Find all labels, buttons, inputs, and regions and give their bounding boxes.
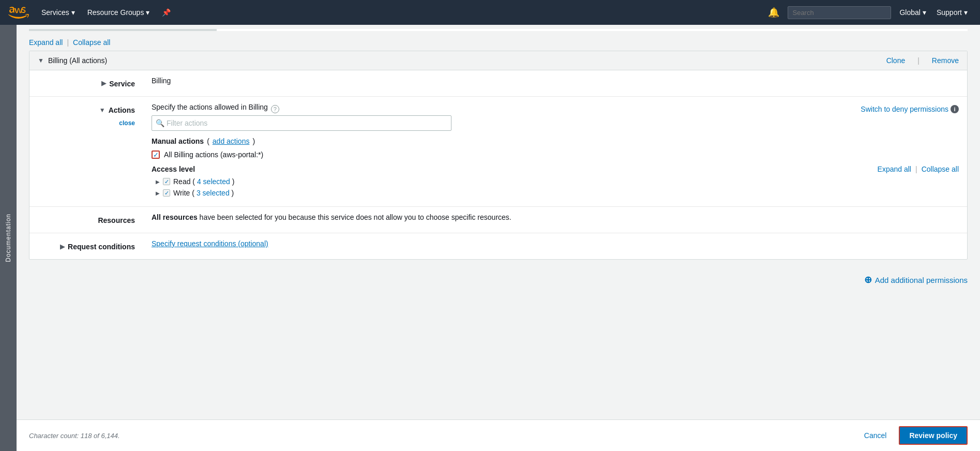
page-body: Expand all | Collapse all ▼ Billing (All… bbox=[17, 25, 980, 331]
statement-block: ▼ Billing (All actions) Clone | Remove ▶… bbox=[29, 51, 968, 260]
filter-search-icon: 🔍 bbox=[156, 119, 164, 127]
write-selected-link[interactable]: 3 selected bbox=[197, 189, 230, 197]
global-nav[interactable]: Global ▾ bbox=[895, 6, 930, 19]
read-paren-open: ( bbox=[192, 177, 195, 186]
documentation-sidebar[interactable]: Documentation bbox=[0, 25, 17, 451]
all-billing-check-mark: ✓ bbox=[153, 152, 159, 158]
request-conditions-label: Request conditions bbox=[68, 243, 135, 251]
filter-actions-input[interactable] bbox=[152, 115, 451, 131]
add-permissions-label: Add additional permissions bbox=[875, 276, 968, 284]
actions-content-col: Specify the actions allowed in Billing ?… bbox=[143, 97, 967, 206]
filter-input-wrap: 🔍 bbox=[152, 115, 959, 131]
global-chevron-icon: ▾ bbox=[923, 8, 926, 17]
write-checkbox[interactable]: ✓ bbox=[163, 189, 170, 197]
services-chevron-icon: ▾ bbox=[71, 8, 75, 17]
request-conditions-link[interactable]: Specify request conditions (optional) bbox=[152, 239, 268, 248]
search-input[interactable] bbox=[788, 6, 891, 19]
resources-label-col: Resources bbox=[29, 207, 143, 233]
specify-question-icon[interactable]: ? bbox=[271, 105, 279, 113]
request-conditions-content-col: Specify request conditions (optional) bbox=[143, 233, 967, 259]
char-count-text: Character count: 118 of 6,144. bbox=[29, 432, 120, 440]
access-collapse-all-button[interactable]: Collapse all bbox=[922, 165, 959, 173]
read-selected-link[interactable]: 4 selected bbox=[197, 177, 230, 186]
access-level-header: Access level Expand all | Collapse all bbox=[152, 165, 959, 173]
statement-header-right: Clone | Remove bbox=[886, 56, 959, 65]
write-chevron-icon[interactable]: ▶ bbox=[156, 190, 160, 196]
actions-label-col: ▼ Actions close bbox=[29, 97, 143, 206]
review-policy-button[interactable]: Review policy bbox=[899, 426, 968, 445]
services-nav[interactable]: Services ▾ bbox=[37, 6, 79, 19]
manual-actions-row: Manual actions ( add actions ) bbox=[152, 137, 959, 145]
add-actions-link[interactable]: add actions bbox=[213, 137, 250, 145]
bottom-actions: Cancel Review policy bbox=[858, 426, 968, 445]
main-content: Expand all | Collapse all ▼ Billing (All… bbox=[17, 25, 980, 451]
service-chevron-icon[interactable]: ▶ bbox=[101, 80, 106, 87]
support-nav[interactable]: Support ▾ bbox=[932, 6, 972, 19]
pin-nav[interactable]: 📌 bbox=[158, 6, 175, 19]
aws-logo bbox=[8, 5, 29, 20]
write-access-item: ▶ ✓ Write ( 3 selected ) bbox=[152, 189, 959, 197]
bell-icon[interactable]: 🔔 bbox=[764, 5, 783, 20]
all-billing-checkbox[interactable]: ✓ bbox=[152, 151, 160, 159]
resource-groups-nav[interactable]: Resource Groups ▾ bbox=[83, 6, 154, 19]
access-level-section: Access level Expand all | Collapse all ▶ bbox=[152, 165, 959, 197]
access-separator: | bbox=[915, 165, 917, 173]
collapse-all-button[interactable]: Collapse all bbox=[73, 38, 110, 47]
read-chevron-icon[interactable]: ▶ bbox=[156, 179, 160, 185]
resources-section-row: Resources All resources have been select… bbox=[29, 207, 967, 233]
resources-text: All resources have been selected for you… bbox=[152, 213, 511, 221]
actions-chevron-icon[interactable]: ▼ bbox=[99, 107, 105, 114]
resources-bold-text: All resources bbox=[152, 213, 198, 221]
request-chevron-icon[interactable]: ▶ bbox=[60, 243, 65, 250]
request-conditions-label-col: ▶ Request conditions bbox=[29, 233, 143, 259]
request-conditions-section-row: ▶ Request conditions Specify request con… bbox=[29, 233, 967, 259]
pin-icon: 📌 bbox=[162, 8, 171, 17]
global-label: Global bbox=[899, 8, 920, 17]
documentation-label: Documentation bbox=[5, 214, 12, 262]
switch-deny-info-icon[interactable]: i bbox=[951, 105, 959, 113]
bottom-bar: Character count: 118 of 6,144. Cancel Re… bbox=[17, 419, 980, 451]
manual-actions-label: Manual actions bbox=[152, 137, 204, 145]
service-value-row: Billing bbox=[152, 77, 959, 85]
read-checkbox[interactable]: ✓ bbox=[163, 178, 170, 185]
resources-rest-text: have been selected for you because this … bbox=[198, 213, 511, 221]
add-permissions-plus-icon: ⊕ bbox=[864, 274, 872, 285]
header-separator: | bbox=[917, 56, 919, 65]
read-paren-close: ) bbox=[232, 177, 235, 186]
write-text: Write bbox=[173, 189, 190, 197]
all-billing-label: All Billing actions (aws-portal:*) bbox=[164, 151, 263, 159]
service-label-col: ▶ Service bbox=[29, 70, 143, 96]
expand-collapse-bar: Expand all | Collapse all bbox=[29, 33, 968, 51]
manual-actions-paren-open: ( bbox=[207, 137, 209, 145]
statement-title: Billing (All actions) bbox=[48, 56, 107, 65]
request-label-row: ▶ Request conditions bbox=[60, 243, 135, 251]
write-check-mark: ✓ bbox=[164, 190, 169, 197]
clone-button[interactable]: Clone bbox=[886, 56, 906, 65]
add-permissions-row: ⊕ Add additional permissions bbox=[29, 266, 968, 290]
statement-chevron-icon[interactable]: ▼ bbox=[38, 57, 44, 64]
resources-content-col: All resources have been selected for you… bbox=[143, 207, 967, 233]
actions-header-row: Specify the actions allowed in Billing ?… bbox=[152, 103, 959, 115]
specify-area: Specify the actions allowed in Billing ? bbox=[152, 103, 279, 115]
remove-button[interactable]: Remove bbox=[932, 56, 959, 65]
expand-all-button[interactable]: Expand all bbox=[29, 38, 63, 47]
statement-header-left: ▼ Billing (All actions) bbox=[38, 56, 107, 65]
add-additional-permissions-button[interactable]: ⊕ Add additional permissions bbox=[864, 274, 968, 285]
scroll-hint bbox=[29, 29, 968, 31]
resources-label: Resources bbox=[98, 216, 135, 224]
switch-deny-link[interactable]: Switch to deny permissions bbox=[861, 105, 948, 113]
read-check-mark: ✓ bbox=[164, 178, 169, 185]
manual-actions-paren-close: ) bbox=[252, 137, 255, 145]
statement-billing-label: Billing bbox=[48, 56, 67, 65]
actions-close-link[interactable]: close bbox=[119, 119, 135, 127]
service-label: Service bbox=[109, 80, 135, 88]
cancel-button[interactable]: Cancel bbox=[858, 428, 893, 443]
access-expand-all-button[interactable]: Expand all bbox=[878, 165, 911, 173]
services-label: Services bbox=[41, 8, 69, 17]
access-level-title: Access level bbox=[152, 165, 195, 173]
specify-text: Specify the actions allowed in Billing bbox=[152, 103, 268, 111]
switch-deny-area: Switch to deny permissions i bbox=[861, 105, 959, 113]
write-paren-close: ) bbox=[232, 189, 234, 197]
write-label: Write ( 3 selected ) bbox=[173, 189, 234, 197]
support-label: Support bbox=[937, 8, 962, 17]
